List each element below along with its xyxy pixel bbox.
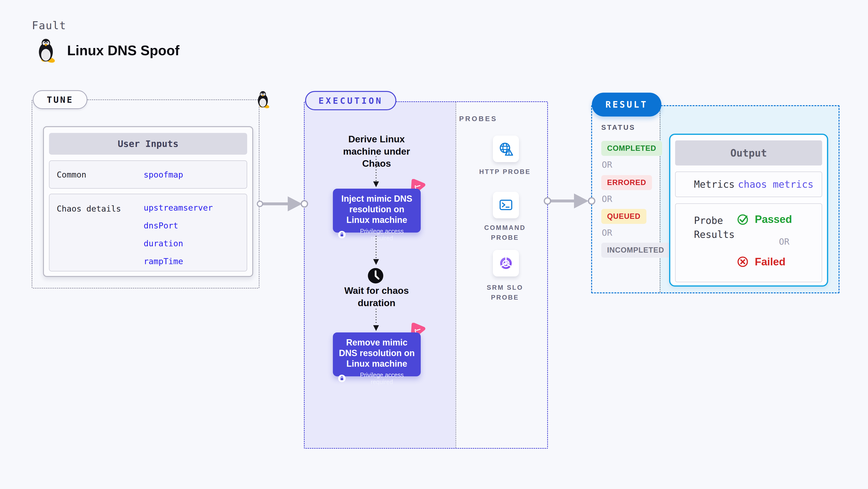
http-probe-label: HTTP PROBE bbox=[474, 167, 535, 177]
failed-label: Failed bbox=[755, 256, 785, 268]
probe-results-row: Probe Results Passed OR Failed bbox=[675, 203, 822, 282]
command-probe-card bbox=[493, 192, 519, 218]
x-circle-icon bbox=[736, 255, 749, 268]
or-label: OR bbox=[602, 160, 612, 170]
tux-penguin-icon bbox=[35, 38, 57, 63]
tune-pill: TUNE bbox=[33, 90, 87, 109]
status-badge-incompleted: INCOMPLETED bbox=[601, 243, 670, 258]
execution-pill: EXECUTION bbox=[305, 91, 396, 110]
inject-node-title: Inject mimic DNS resolution on Linux mac… bbox=[338, 193, 415, 225]
input-row-label: Common bbox=[57, 161, 86, 188]
clock-icon bbox=[367, 267, 384, 284]
check-circle-icon bbox=[736, 213, 749, 226]
lock-icon bbox=[338, 231, 346, 238]
srm-slo-probe-card bbox=[493, 250, 519, 276]
privilege-note: Privilege access required bbox=[348, 228, 415, 242]
output-title: Output bbox=[675, 140, 822, 165]
chaos-metrics-link[interactable]: chaos metrics bbox=[738, 172, 813, 197]
passed-label: Passed bbox=[755, 213, 792, 225]
or-label: OR bbox=[779, 237, 789, 247]
probes-divider bbox=[456, 102, 456, 448]
status-divider bbox=[660, 106, 660, 292]
input-row-chaos-details: Chaos details upstreamserver dnsPort dur… bbox=[49, 194, 247, 271]
metrics-label: Metrics bbox=[694, 172, 735, 197]
status-badge-completed: COMPLETED bbox=[601, 141, 662, 156]
input-row-common: Common spoofmap bbox=[49, 160, 247, 189]
status-title: STATUS bbox=[601, 124, 636, 131]
fault-kind-label: Fault bbox=[32, 19, 66, 32]
status-badge-queued: QUEUED bbox=[601, 209, 646, 224]
fault-diagram: Fault Linux DNS Spoof TUNE User Inputs C… bbox=[0, 0, 868, 489]
http-probe-card bbox=[493, 136, 519, 162]
input-value-link[interactable]: dnsPort bbox=[144, 221, 213, 230]
page-title: Linux DNS Spoof bbox=[67, 42, 179, 58]
globe-alert-icon bbox=[498, 141, 514, 157]
status-badge-errored: ERRORED bbox=[601, 175, 652, 190]
arrow-tune-to-execution bbox=[257, 196, 308, 211]
input-value-link[interactable]: upstreamserver bbox=[144, 203, 213, 213]
input-value-link[interactable]: spoofmap bbox=[144, 170, 183, 180]
or-label: OR bbox=[602, 194, 612, 204]
tux-penguin-icon bbox=[255, 90, 270, 109]
metrics-row: Metrics chaos metrics bbox=[675, 171, 822, 197]
user-inputs-card: User Inputs Common spoofmap Chaos detail… bbox=[43, 126, 253, 277]
remove-chaos-node: Remove mimic DNS resolution on Linux mac… bbox=[333, 332, 421, 376]
derive-step-label: Derive Linux machine under Chaos bbox=[331, 133, 423, 170]
inject-chaos-node: Inject mimic DNS resolution on Linux mac… bbox=[333, 189, 421, 233]
arrow-execution-to-result bbox=[544, 193, 595, 208]
result-pill: RESULT bbox=[592, 93, 661, 117]
lock-icon bbox=[338, 374, 346, 382]
slo-pie-check-icon bbox=[498, 255, 514, 271]
user-inputs-title: User Inputs bbox=[49, 133, 247, 155]
privilege-note: Privilege access required bbox=[348, 371, 415, 386]
terminal-icon bbox=[498, 197, 514, 213]
remove-node-title: Remove mimic DNS resolution on Linux mac… bbox=[338, 337, 415, 369]
input-row-label: Chaos details bbox=[57, 204, 121, 214]
or-label: OR bbox=[602, 228, 612, 238]
input-value-link[interactable]: duration bbox=[144, 238, 213, 248]
command-probe-label: COMMAND PROBE bbox=[474, 223, 535, 242]
output-card: Output Metrics chaos metrics Probe Resul… bbox=[669, 134, 828, 287]
wait-step-label: Wait for chaos duration bbox=[331, 285, 423, 309]
input-value-link[interactable]: rampTime bbox=[144, 256, 213, 266]
probes-title: PROBES bbox=[459, 115, 497, 123]
srm-slo-probe-label: SRM SLO PROBE bbox=[474, 283, 535, 302]
